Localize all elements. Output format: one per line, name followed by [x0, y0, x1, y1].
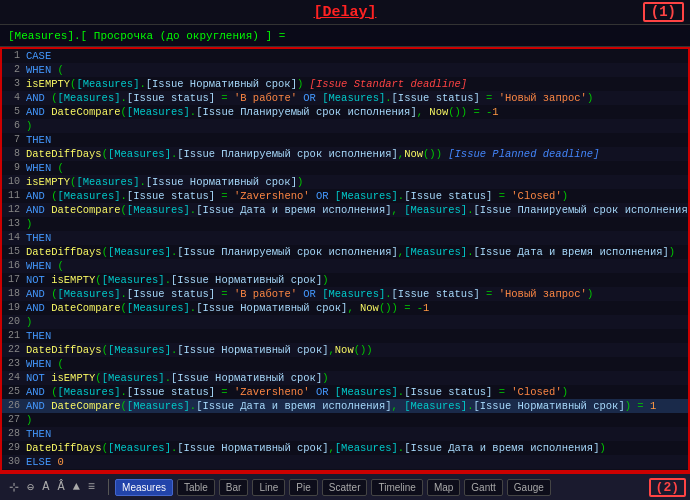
line-content-10: isEMPTY([Measures].[Issue Нормативный ср…	[26, 175, 686, 188]
line-number-20: 20	[4, 315, 26, 327]
code-line-20: 20)	[2, 315, 688, 329]
line-content-7: THEN	[26, 133, 686, 146]
line-content-12: AND DateCompare([Measures].[Issue Дата и…	[26, 203, 690, 216]
code-line-11: 11 AND ([Measures].[Issue status] = 'Zav…	[2, 189, 688, 203]
line-number-5: 5	[4, 105, 26, 117]
line-number-21: 21	[4, 329, 26, 341]
code-line-23: 23WHEN (	[2, 357, 688, 371]
line-number-11: 11	[4, 189, 26, 201]
line-content-21: THEN	[26, 329, 686, 342]
code-line-22: 22 DateDiffDays([Measures].[Issue Нормат…	[2, 343, 688, 357]
tab-measures[interactable]: Measures	[115, 479, 173, 496]
title-row: [Delay] (1)	[0, 0, 690, 25]
line-number-19: 19	[4, 301, 26, 313]
code-line-27: 27)	[2, 413, 688, 427]
badge-1: (1)	[643, 2, 684, 22]
tab-timeline[interactable]: Timeline	[371, 479, 422, 496]
line-content-26: AND DateCompare([Measures].[Issue Дата и…	[26, 399, 686, 412]
tab-gantt[interactable]: Gantt	[464, 479, 502, 496]
line-number-30: 30	[4, 455, 26, 467]
tab-gauge[interactable]: Gauge	[507, 479, 551, 496]
code-line-2: 2WHEN (	[2, 63, 688, 77]
line-number-12: 12	[4, 203, 26, 215]
badge-2: (2)	[649, 478, 686, 497]
code-line-15: 15 DateDiffDays([Measures].[Issue Планир…	[2, 245, 688, 259]
line-content-23: WHEN (	[26, 357, 686, 370]
line-content-19: AND DateCompare([Measures].[Issue Нормат…	[26, 301, 686, 314]
main-container: [Delay] (1) [Measures].[ Просрочка (до о…	[0, 0, 690, 500]
tab-bar[interactable]: Bar	[219, 479, 249, 496]
code-line-7: 7THEN	[2, 133, 688, 147]
line-number-29: 29	[4, 441, 26, 453]
line-number-9: 9	[4, 161, 26, 173]
line-number-2: 2	[4, 63, 26, 75]
line-number-10: 10	[4, 175, 26, 187]
line-content-14: THEN	[26, 231, 686, 244]
code-line-4: 4 AND ([Measures].[Issue status] = 'В ра…	[2, 91, 688, 105]
code-line-1: 1CASE	[2, 49, 688, 63]
toolbar-icon-1[interactable]: ⊖	[24, 479, 37, 496]
bottom-icons: ⊹⊖AÂ▲≡MeasuresTableBarLinePieScatterTime…	[4, 479, 553, 496]
formula-bar-row: [Measures].[ Просрочка (до округления) ]…	[0, 25, 690, 47]
line-number-24: 24	[4, 371, 26, 383]
line-content-28: THEN	[26, 427, 686, 440]
line-number-27: 27	[4, 413, 26, 425]
line-number-1: 1	[4, 49, 26, 61]
line-number-22: 22	[4, 343, 26, 355]
tab-scatter[interactable]: Scatter	[322, 479, 368, 496]
line-number-14: 14	[4, 231, 26, 243]
line-content-8: DateDiffDays([Measures].[Issue Планируем…	[26, 147, 686, 160]
toolbar-icon-3[interactable]: Â	[54, 479, 67, 495]
code-line-18: 18 AND ([Measures].[Issue status] = 'В р…	[2, 287, 688, 301]
code-line-17: 17 NOT isEMPTY([Measures].[Issue Нормати…	[2, 273, 688, 287]
line-content-31: END	[26, 469, 686, 472]
toolbar-icon-4[interactable]: ▲	[70, 479, 83, 495]
code-line-5: 5 AND DateCompare([Measures].[Issue План…	[2, 105, 688, 119]
code-line-31: 31END	[2, 469, 688, 472]
code-line-30: 30ELSE 0	[2, 455, 688, 469]
line-content-9: WHEN (	[26, 161, 686, 174]
line-content-15: DateDiffDays([Measures].[Issue Планируем…	[26, 245, 686, 258]
toolbar-icon-5[interactable]: ≡	[85, 479, 98, 495]
line-content-22: DateDiffDays([Measures].[Issue Нормативн…	[26, 343, 686, 356]
line-content-4: AND ([Measures].[Issue status] = 'В рабо…	[26, 91, 686, 104]
code-line-10: 10 isEMPTY([Measures].[Issue Нормативный…	[2, 175, 688, 189]
tab-map[interactable]: Map	[427, 479, 460, 496]
code-line-3: 3 isEMPTY([Measures].[Issue Нормативный …	[2, 77, 688, 91]
line-number-3: 3	[4, 77, 26, 89]
line-content-16: WHEN (	[26, 259, 686, 272]
tab-pie[interactable]: Pie	[289, 479, 317, 496]
line-content-29: DateDiffDays([Measures].[Issue Нормативн…	[26, 441, 686, 454]
line-content-24: NOT isEMPTY([Measures].[Issue Нормативны…	[26, 371, 686, 384]
toolbar-icon-2[interactable]: A	[39, 479, 52, 495]
line-content-17: NOT isEMPTY([Measures].[Issue Нормативны…	[26, 273, 686, 286]
code-line-24: 24 NOT isEMPTY([Measures].[Issue Нормати…	[2, 371, 688, 385]
line-number-7: 7	[4, 133, 26, 145]
code-area[interactable]: 1CASE2WHEN (3 isEMPTY([Measures].[Issue …	[0, 47, 690, 472]
line-number-16: 16	[4, 259, 26, 271]
code-line-13: 13)	[2, 217, 688, 231]
code-line-8: 8 DateDiffDays([Measures].[Issue Планиру…	[2, 147, 688, 161]
line-number-8: 8	[4, 147, 26, 159]
toolbar-icon-0[interactable]: ⊹	[6, 479, 22, 496]
bottom-toolbar: ⊹⊖AÂ▲≡MeasuresTableBarLinePieScatterTime…	[0, 472, 690, 500]
code-line-12: 12 AND DateCompare([Measures].[Issue Дат…	[2, 203, 688, 217]
line-content-27: )	[26, 413, 686, 426]
line-number-6: 6	[4, 119, 26, 131]
line-number-31: 31	[4, 469, 26, 472]
line-content-11: AND ([Measures].[Issue status] = 'Zavers…	[26, 189, 686, 202]
line-number-26: 26	[4, 399, 26, 411]
line-content-20: )	[26, 315, 686, 328]
line-content-6: )	[26, 119, 686, 132]
code-line-28: 28THEN	[2, 427, 688, 441]
tab-line[interactable]: Line	[252, 479, 285, 496]
code-line-14: 14THEN	[2, 231, 688, 245]
code-line-19: 19 AND DateCompare([Measures].[Issue Нор…	[2, 301, 688, 315]
formula-bar-content: [Measures].[ Просрочка (до округления) ]…	[8, 30, 285, 42]
line-number-25: 25	[4, 385, 26, 397]
line-number-13: 13	[4, 217, 26, 229]
line-number-15: 15	[4, 245, 26, 257]
line-content-5: AND DateCompare([Measures].[Issue Планир…	[26, 105, 686, 118]
tab-table[interactable]: Table	[177, 479, 215, 496]
code-line-25: 25 AND ([Measures].[Issue status] = 'Zav…	[2, 385, 688, 399]
